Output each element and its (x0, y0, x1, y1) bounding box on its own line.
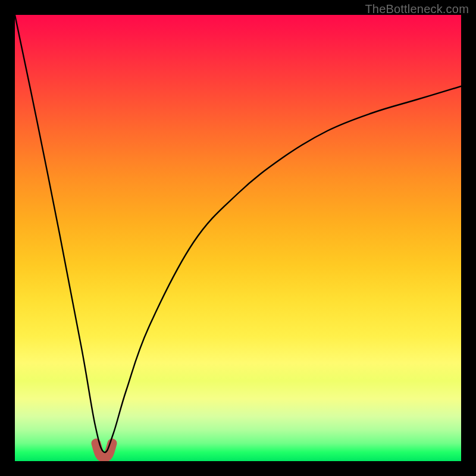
watermark-text: TheBottleneck.com (365, 2, 469, 16)
bottleneck-curve (15, 15, 461, 452)
plot-area (15, 15, 461, 461)
chart-frame: TheBottleneck.com (0, 0, 476, 476)
curve-svg (15, 15, 461, 461)
